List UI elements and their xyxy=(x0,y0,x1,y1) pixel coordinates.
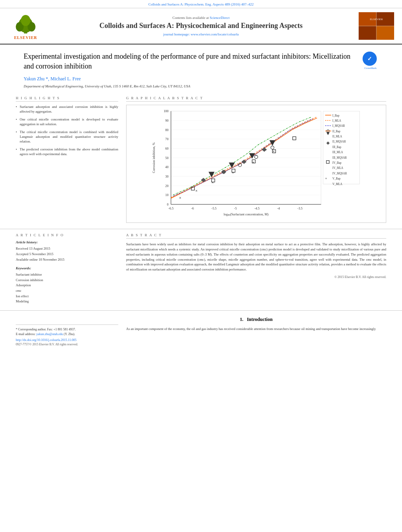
svg-text:-6.5: -6.5 xyxy=(168,207,173,211)
keyword-3: Adsorption xyxy=(16,283,118,288)
cover-image-icon: ELSEVIER xyxy=(359,12,394,40)
article-main-title: Experimental investigation and modeling … xyxy=(24,52,355,71)
highlights-label: H I G H L I G H T S xyxy=(16,96,118,102)
svg-text:80: 80 xyxy=(165,128,168,132)
contents-available-text: Contents lists available at ScienceDirec… xyxy=(47,16,355,20)
svg-text:×: × xyxy=(272,150,275,154)
svg-text:IV_MQSAR: IV_MQSAR xyxy=(333,172,347,175)
svg-text:IV_Bap: IV_Bap xyxy=(333,161,342,165)
svg-text:log₁₀(Surfactant concentration: log₁₀(Surfactant concentration, M) xyxy=(223,213,268,216)
svg-text:-3.5: -3.5 xyxy=(298,207,303,211)
highlight-item-4: The predicted corrosion inhibition from … xyxy=(16,147,118,157)
intro-body-col: 1. Introduction As an important componen… xyxy=(126,317,386,346)
elsevier-tree-icon xyxy=(14,15,37,35)
svg-text:30: 30 xyxy=(165,175,168,178)
svg-text:×: × xyxy=(212,181,214,185)
svg-point-4 xyxy=(21,15,30,26)
doi-link[interactable]: http://dx.doi.org/10.1016/j.colsurfa.201… xyxy=(16,338,118,342)
highlights-list: Surfactant adsorption and associated cor… xyxy=(16,105,118,156)
svg-rect-7 xyxy=(376,26,394,40)
introduction-body: As an important component of the economy… xyxy=(126,326,386,332)
svg-text:×: × xyxy=(252,160,255,165)
email-link[interactable]: yakun.zhu@utah.edu xyxy=(36,332,63,336)
svg-text:40: 40 xyxy=(165,166,168,169)
svg-text:×: × xyxy=(179,196,181,200)
highlight-item-1: Surfactant adsorption and associated cor… xyxy=(16,105,118,114)
svg-text:I_MLA: I_MLA xyxy=(333,119,342,122)
graph-container: 0 10 20 30 40 50 60 70 80 90 100 -6.5 -6… xyxy=(126,105,386,223)
corresponding-author-note: * Corresponding author. Fax: +1 801 581 … xyxy=(16,327,118,332)
article-info-abstract-section: A R T I C L E I N F O Article history: R… xyxy=(0,229,402,304)
svg-text:×: × xyxy=(195,189,198,193)
svg-text:×: × xyxy=(325,177,327,181)
graphical-abstract-label: G R A P H I C A L A B S T R A C T xyxy=(126,96,386,102)
graphical-abstract-column: G R A P H I C A L A B S T R A C T xyxy=(126,96,386,223)
article-title-section: Experimental investigation and modeling … xyxy=(0,44,402,92)
svg-text:-4: -4 xyxy=(277,207,280,211)
keyword-6: Modeling xyxy=(16,299,118,304)
available-date: Available online 10 November 2015 xyxy=(16,257,118,263)
journal-header: ELSEVIER Contents lists available at Sci… xyxy=(0,8,402,44)
top-bar: Colloids and Surfaces A: Physicochem. En… xyxy=(0,0,402,8)
homepage-link[interactable]: journal homepage: www.elsevier.com/locat… xyxy=(47,32,355,36)
crossmark-icon: ✓ xyxy=(363,52,377,66)
svg-text:I_Bap: I_Bap xyxy=(333,114,340,117)
article-info-column: A R T I C L E I N F O Article history: R… xyxy=(16,233,118,304)
svg-text:20: 20 xyxy=(165,184,168,188)
email-row: E-mail address: yakun.zhu@utah.edu (Y. Z… xyxy=(16,332,118,337)
highlight-item-2: One critical micelle concentration model… xyxy=(16,117,118,127)
svg-text:-5.5: -5.5 xyxy=(211,207,216,211)
svg-text:70: 70 xyxy=(165,138,168,141)
svg-text:10: 10 xyxy=(165,194,168,197)
svg-text:III_Bap: III_Bap xyxy=(333,146,342,149)
svg-text:IV_MLA: IV_MLA xyxy=(333,167,344,170)
svg-text:II_MQSAR: II_MQSAR xyxy=(333,141,346,144)
svg-text:50: 50 xyxy=(165,156,168,160)
journal-title-center: Contents lists available at ScienceDirec… xyxy=(43,16,359,36)
page: Colloids and Surfaces A: Physicochem. En… xyxy=(0,0,402,532)
svg-text:0: 0 xyxy=(167,203,168,206)
keywords-section: Keywords: Surfactant inhibitor Corrosion… xyxy=(16,266,118,304)
article-info-label: A R T I C L E I N F O xyxy=(16,233,118,237)
received-date: Received 13 August 2015 xyxy=(16,246,118,252)
svg-text:-5: -5 xyxy=(234,207,237,211)
sciencedirect-link[interactable]: ScienceDirect xyxy=(210,16,229,20)
abstract-column: A B S T R A C T Surfactants have been wi… xyxy=(126,233,386,304)
highlights-graphical-section: H I G H L I G H T S Surfactant adsorptio… xyxy=(0,92,402,223)
elsevier-label: ELSEVIER xyxy=(14,35,37,40)
svg-text:I_MQSAR: I_MQSAR xyxy=(333,125,345,128)
introduction-section: * Corresponding author. Fax: +1 801 581 … xyxy=(0,310,402,346)
svg-text:-4.5: -4.5 xyxy=(255,207,260,211)
svg-text:II_Bap: II_Bap xyxy=(333,130,341,133)
journal-main-title: Colloids and Surfaces A: Physicochemical… xyxy=(47,21,355,30)
keyword-4: cmc xyxy=(16,288,118,294)
crossmark-logo: ✓ CrossMark xyxy=(363,52,378,67)
bottom-copyright: 0927-7757/© 2015 Elsevier B.V. All right… xyxy=(16,343,118,346)
svg-text:-6: -6 xyxy=(191,207,194,211)
introduction-title: 1. Introduction xyxy=(126,317,386,323)
article-history-label: Article history: xyxy=(16,240,118,244)
svg-text:×: × xyxy=(232,171,234,175)
svg-text:II_MLA: II_MLA xyxy=(333,135,342,138)
keyword-5: Ion effect xyxy=(16,294,118,299)
svg-text:V_MLA: V_MLA xyxy=(333,183,343,186)
svg-text:Corrosion inhibition, %: Corrosion inhibition, % xyxy=(152,143,156,173)
keyword-1: Surfactant inhibitor xyxy=(16,272,118,278)
svg-text:III_MQSAR: III_MQSAR xyxy=(333,156,347,159)
svg-text:90: 90 xyxy=(165,119,168,122)
svg-text:60: 60 xyxy=(165,147,168,150)
abstract-label: A B S T R A C T xyxy=(126,233,386,239)
article-affiliation: Department of Metallurgical Engineering,… xyxy=(24,84,355,88)
journal-reference: Colloids and Surfaces A: Physicochem. En… xyxy=(148,2,253,6)
svg-text:100: 100 xyxy=(164,110,168,113)
svg-text:V_Bap: V_Bap xyxy=(333,178,341,181)
crossmark-label: CrossMark xyxy=(363,67,378,70)
intro-footnotes-col: * Corresponding author. Fax: +1 801 581 … xyxy=(16,317,118,346)
corrosion-chart: 0 10 20 30 40 50 60 70 80 90 100 -6.5 -6… xyxy=(130,109,382,219)
intro-layout: * Corresponding author. Fax: +1 801 581 … xyxy=(16,317,386,346)
elsevier-logo: ELSEVIER xyxy=(8,12,43,40)
accepted-date: Accepted 5 November 2015 xyxy=(16,252,118,257)
keywords-label: Keywords: xyxy=(16,266,118,270)
abstract-body: Surfactants have been widely used as inh… xyxy=(126,242,386,272)
highlights-column: H I G H L I G H T S Surfactant adsorptio… xyxy=(16,96,118,223)
